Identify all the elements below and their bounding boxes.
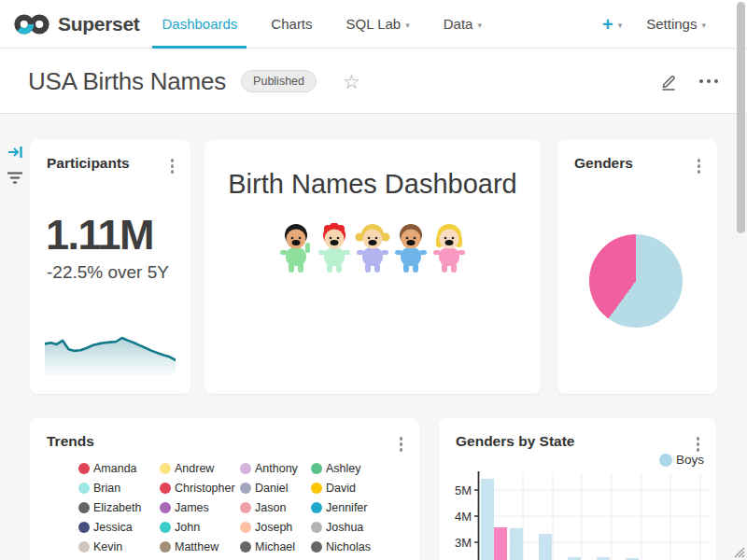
nav-item-data[interactable]: Data▾ [444, 0, 482, 49]
chevron-down-icon: ▾ [477, 21, 482, 30]
legend-label: Anthony [255, 462, 298, 475]
legend-dot-icon [160, 522, 171, 533]
superset-logo[interactable]: Superset [13, 11, 139, 37]
favorite-star-icon[interactable]: ☆ [343, 72, 360, 91]
chevron-down-icon: ▾ [618, 21, 623, 30]
trends-legend: AmandaAndrewAnthonyAshleyBrianChristophe… [78, 462, 419, 560]
legend-label: Amanda [93, 462, 137, 475]
bar-boys [539, 534, 552, 560]
nav-item-sql-lab[interactable]: SQL Lab▾ [346, 0, 410, 49]
chevron-down-icon: ▾ [405, 21, 410, 30]
kebab-menu-icon[interactable] [165, 155, 180, 177]
legend-item-matthew[interactable]: Matthew [160, 540, 240, 553]
legend-dot-icon [160, 483, 171, 494]
boys-legend-item[interactable]: Boys [659, 453, 704, 467]
legend-item-anthony[interactable]: Anthony [240, 462, 311, 475]
nav-item-charts[interactable]: Charts [271, 0, 312, 49]
new-item-button[interactable]: + ▾ [602, 15, 622, 34]
legend-item-john[interactable]: John [160, 521, 240, 534]
legend-label: Kevin [93, 540, 122, 553]
legend-dot-icon [160, 463, 171, 474]
y-axis-tick-label: 3M [455, 536, 472, 550]
legend-label: Joshua [326, 521, 363, 534]
card-title: Genders by State [456, 433, 575, 450]
settings-menu[interactable]: Settings ▾ [646, 16, 706, 32]
resize-handle-icon[interactable] [732, 545, 745, 558]
y-axis-tick-label: 5M [455, 483, 472, 497]
legend-item-nicholas[interactable]: Nicholas [311, 540, 419, 553]
legend-dot-icon [240, 522, 251, 533]
legend-dot-icon [311, 541, 322, 553]
legend-item-elizabeth[interactable]: Elizabeth [78, 501, 160, 514]
filter-funnel-icon[interactable] [6, 171, 24, 185]
bar-boys [481, 479, 494, 560]
edit-pencil-icon[interactable] [658, 71, 679, 91]
genders-pie-chart [589, 234, 683, 328]
settings-label: Settings [646, 16, 697, 32]
card-participants: Participants 1.11M -22.5% over 5Y [30, 140, 190, 394]
child-mint-red-hair-icon [317, 223, 352, 275]
legend-dot-icon [240, 483, 251, 494]
child-blue-brown-hair-icon [393, 223, 429, 275]
legend-label: James [175, 501, 209, 514]
legend-dot-icon [78, 463, 90, 474]
vertical-scrollbar[interactable] [737, 2, 745, 233]
legend-dot-icon [311, 522, 322, 533]
legend-dot-icon [78, 522, 90, 533]
legend-item-brian[interactable]: Brian [78, 482, 160, 495]
kebab-menu-icon[interactable] [691, 433, 706, 455]
legend-label: Jennifer [326, 501, 367, 514]
legend-dot-icon [160, 502, 171, 513]
more-actions-icon[interactable] [696, 76, 722, 87]
legend-label: Nicholas [326, 540, 371, 553]
legend-label: David [326, 482, 356, 495]
published-badge[interactable]: Published [241, 70, 317, 92]
legend-dot-icon [240, 541, 251, 553]
brand-name: Superset [58, 13, 139, 35]
header-actions [658, 71, 722, 91]
legend-item-joshua[interactable]: Joshua [311, 521, 419, 534]
expand-filter-bar-icon[interactable] [7, 145, 24, 160]
legend-item-daniel[interactable]: Daniel [240, 482, 311, 495]
y-axis-tick-label: 4M [455, 510, 472, 524]
nav-item-label: SQL Lab [346, 16, 402, 32]
navbar-right: + ▾ Settings ▾ [602, 15, 706, 34]
legend-label: Elizabeth [93, 501, 141, 514]
legend-label: Christopher [175, 482, 235, 495]
legend-item-joseph[interactable]: Joseph [240, 521, 311, 534]
legend-dot-icon [78, 502, 90, 513]
legend-dot-icon [240, 463, 251, 474]
legend-item-james[interactable]: James [160, 501, 240, 514]
children-emoji-row [204, 223, 541, 275]
legend-dot-icon [160, 541, 171, 553]
legend-label: Joseph [255, 521, 292, 534]
legend-dot-icon [311, 483, 322, 494]
big-number-subheader: -22.5% over 5Y [47, 262, 190, 283]
infinity-logo-icon [13, 11, 50, 37]
legend-item-jason[interactable]: Jason [240, 501, 311, 514]
legend-item-jessica[interactable]: Jessica [78, 521, 160, 534]
card-genders: Genders [557, 140, 717, 394]
dashboard-grid: Participants 1.11M -22.5% over 5Y Birth … [0, 115, 747, 560]
legend-item-ashley[interactable]: Ashley [311, 462, 419, 475]
legend-item-jennifer[interactable]: Jennifer [311, 501, 419, 514]
participants-sparkline-chart [45, 321, 176, 379]
legend-label: Michael [255, 540, 295, 553]
top-navbar: Superset DashboardsChartsSQL Lab▾Data▾ +… [0, 0, 747, 49]
kebab-menu-icon[interactable] [394, 433, 409, 455]
card-title: Participants [47, 155, 130, 172]
child-green-black-hair-icon [278, 223, 314, 275]
legend-item-andrew[interactable]: Andrew [160, 462, 240, 475]
legend-item-christopher[interactable]: Christopher [160, 482, 240, 495]
plus-icon: + [602, 15, 613, 34]
legend-item-david[interactable]: David [311, 482, 419, 495]
kebab-menu-icon[interactable] [692, 155, 707, 177]
legend-item-kevin[interactable]: Kevin [78, 540, 160, 553]
legend-item-amanda[interactable]: Amanda [78, 462, 160, 475]
child-purple-pigtails-icon [355, 223, 390, 275]
legend-dot-icon [311, 463, 322, 474]
legend-item-michael[interactable]: Michael [240, 540, 311, 553]
nav-item-dashboards[interactable]: Dashboards [162, 0, 237, 49]
nav-items: DashboardsChartsSQL Lab▾Data▾ [145, 0, 498, 49]
markdown-heading: Birth Names Dashboard [204, 169, 541, 200]
